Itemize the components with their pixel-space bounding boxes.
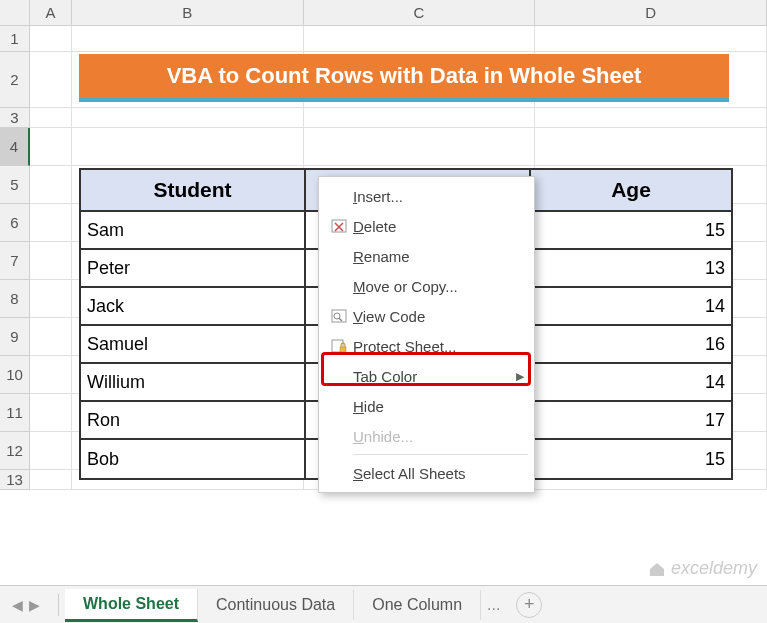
row-header-10[interactable]: 10 [0,356,30,394]
cell-age[interactable]: 15 [531,212,731,250]
row-header-5[interactable]: 5 [0,166,30,204]
menu-protect-sheet[interactable]: Protect Sheet... [319,331,534,361]
menu-separator [353,454,528,455]
cell-student[interactable]: Willium [81,364,306,402]
table-header-student[interactable]: Student [81,170,306,212]
row-header-2[interactable]: 2 [0,52,30,108]
delete-icon [325,218,353,234]
cell-age[interactable]: 13 [531,250,731,288]
menu-view-code[interactable]: View Code [319,301,534,331]
row-header-4[interactable]: 4 [0,128,30,166]
tab-overflow[interactable]: ... [481,596,506,614]
col-header-c[interactable]: C [304,0,536,26]
cell-age[interactable]: 16 [531,326,731,364]
cell-student[interactable]: Bob [81,440,306,478]
watermark-text: exceldemy [671,558,757,579]
menu-tab-color[interactable]: Tab Color ▶ [319,361,534,391]
cell-age[interactable]: 14 [531,364,731,402]
tab-nav: ◀ ▶ [0,597,52,613]
cell-age[interactable]: 14 [531,288,731,326]
svg-line-3 [339,318,342,321]
watermark: exceldemy [647,558,757,579]
sheet-context-menu: Insert... Delete Rename Move or Copy... … [318,176,535,493]
menu-unhide: Unhide... [319,421,534,451]
cell-student[interactable]: Peter [81,250,306,288]
column-headers: A B C D [0,0,767,26]
row-header-13[interactable]: 13 [0,470,30,490]
row-header-11[interactable]: 11 [0,394,30,432]
menu-rename[interactable]: Rename [319,241,534,271]
menu-insert[interactable]: Insert... [319,181,534,211]
sheet-tab-continuous-data[interactable]: Continuous Data [198,590,354,620]
sheet-tab-one-column[interactable]: One Column [354,590,481,620]
menu-delete[interactable]: Delete [319,211,534,241]
row-header-9[interactable]: 9 [0,318,30,356]
add-sheet-button[interactable]: + [516,592,542,618]
col-header-b[interactable]: B [72,0,304,26]
cell-student[interactable]: Ron [81,402,306,440]
cell-student[interactable]: Jack [81,288,306,326]
table-header-age[interactable]: Age [531,170,731,212]
col-header-a[interactable]: A [30,0,72,26]
menu-select-all-sheets[interactable]: Select All Sheets [319,458,534,488]
row-header-12[interactable]: 12 [0,432,30,470]
menu-hide[interactable]: Hide [319,391,534,421]
cell-student[interactable]: Sam [81,212,306,250]
cell-student[interactable]: Samuel [81,326,306,364]
menu-move-copy[interactable]: Move or Copy... [319,271,534,301]
protect-icon [325,338,353,354]
row-header-3[interactable]: 3 [0,108,30,128]
svg-rect-5 [340,347,346,352]
sheet-tab-whole-sheet[interactable]: Whole Sheet [65,589,198,622]
tab-next-icon[interactable]: ▶ [29,597,40,613]
cell-age[interactable]: 15 [531,440,731,478]
submenu-arrow-icon: ▶ [516,370,524,383]
sheet-tab-bar: ◀ ▶ Whole Sheet Continuous Data One Colu… [0,585,767,623]
select-all-corner[interactable] [0,0,30,26]
row-header-6[interactable]: 6 [0,204,30,242]
col-header-d[interactable]: D [535,0,767,26]
row-header-1[interactable]: 1 [0,26,30,52]
tab-separator [58,594,59,616]
title-banner: VBA to Count Rows with Data in Whole She… [79,54,729,102]
view-code-icon [325,308,353,324]
row-header-8[interactable]: 8 [0,280,30,318]
tab-prev-icon[interactable]: ◀ [12,597,23,613]
row-header-7[interactable]: 7 [0,242,30,280]
cell-age[interactable]: 17 [531,402,731,440]
watermark-icon [647,559,667,579]
